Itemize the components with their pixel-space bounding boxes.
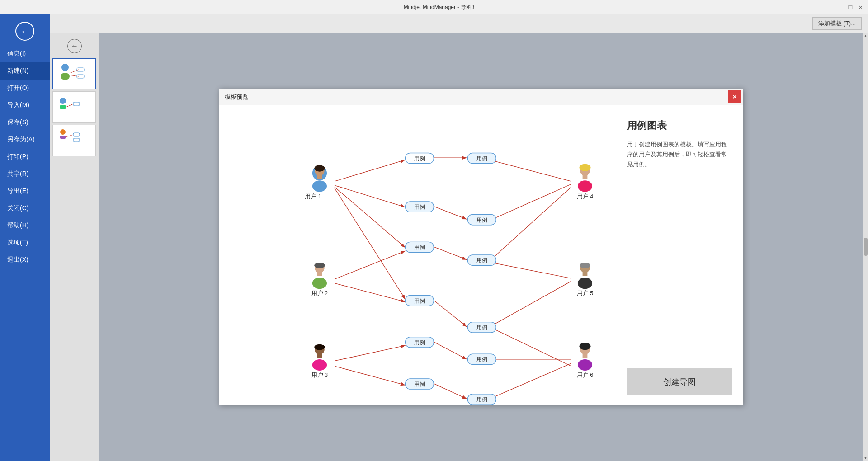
sidebar: ← 信息(I) 新建(N) 打开(O) 导入(M) 保存(S) 另存为(A) 打… (0, 14, 50, 461)
thumbnail-2[interactable] (52, 91, 96, 123)
svg-point-54 (578, 180, 592, 192)
case-r3: 用例 (476, 257, 487, 263)
svg-line-36 (434, 342, 467, 359)
svg-rect-42 (317, 175, 322, 179)
svg-line-21 (335, 283, 406, 302)
scroll-down-arrow[interactable]: ▼ (863, 456, 868, 460)
titlebar: Mindjet MindManager - 导图3 — ❐ ✕ (0, 0, 868, 14)
case-l5: 用例 (414, 339, 425, 345)
user1-avatar (312, 165, 327, 192)
svg-point-50 (312, 359, 327, 371)
user3-avatar (312, 344, 327, 371)
svg-line-31 (490, 327, 571, 366)
svg-line-23 (335, 366, 406, 385)
svg-line-12 (66, 135, 73, 137)
scroll-up-arrow[interactable]: ▲ (863, 33, 868, 38)
user6-label: 用户 6 (577, 372, 593, 378)
case-r5: 用例 (476, 356, 487, 362)
info-title: 用例图表 (627, 119, 732, 132)
titlebar-controls[interactable]: — ❐ ✕ (837, 4, 863, 10)
sidebar-item-import[interactable]: 导入(M) (0, 97, 50, 114)
svg-line-35 (434, 300, 467, 327)
case-r4: 用例 (476, 325, 487, 330)
svg-rect-49 (317, 353, 322, 358)
svg-point-10 (60, 129, 66, 135)
sidebar-back[interactable]: ← (0, 14, 50, 45)
thumb-back-button[interactable]: ← (67, 39, 82, 53)
thumbnail-1[interactable] (52, 58, 96, 89)
svg-point-41 (312, 180, 327, 192)
titlebar-title: Mindjet MindManager - 导图3 (41, 4, 837, 11)
svg-line-8 (66, 104, 73, 107)
modal-close-button[interactable]: × (728, 90, 741, 103)
svg-rect-53 (583, 175, 588, 179)
sidebar-item-share[interactable]: 共享(R) (0, 165, 50, 183)
sidebar-item-options[interactable]: 选项(T) (0, 234, 50, 251)
svg-line-24 (490, 160, 571, 181)
sidebar-item-close[interactable]: 关闭(C) (0, 200, 50, 217)
app-body: ← 信息(I) 新建(N) 打开(O) 导入(M) 保存(S) 另存为(A) 打… (0, 14, 868, 461)
svg-line-26 (490, 187, 571, 261)
svg-point-0 (61, 64, 69, 71)
svg-point-58 (578, 278, 592, 289)
svg-point-56 (580, 263, 590, 268)
sidebar-item-exit[interactable]: 退出(X) (0, 251, 50, 268)
modal-dialog: 模板预览 × (219, 89, 743, 405)
info-panel: 用例图表 用于创建用例图表的模板。填写应用程序的用户及其用例后，即可轻松查看常见… (616, 105, 743, 405)
sidebar-item-print[interactable]: 打印(P) (0, 148, 50, 165)
case-l2: 用例 (414, 204, 425, 210)
diagram-svg: 用户 1 用户 2 (219, 105, 616, 405)
user2-avatar (312, 263, 327, 289)
modal-overlay: 模板预览 × (99, 33, 863, 461)
user4-avatar (578, 164, 592, 192)
sidebar-item-export[interactable]: 导出(E) (0, 183, 50, 200)
sidebar-item-open[interactable]: 打开(O) (0, 80, 50, 97)
sidebar-item-new[interactable]: 新建(N) (0, 62, 50, 80)
scroll-thumb[interactable] (864, 238, 868, 256)
close-window-btn[interactable]: ✕ (857, 4, 863, 10)
modal-header-title: 模板预览 (225, 93, 248, 101)
svg-point-62 (578, 359, 592, 371)
diagram-canvas: 用户 1 用户 2 (219, 105, 616, 405)
user5-label: 用户 5 (577, 290, 593, 296)
sidebar-item-saveas[interactable]: 另存为(A) (0, 131, 50, 148)
svg-rect-13 (73, 133, 80, 136)
user3-label: 用户 3 (311, 372, 328, 378)
svg-rect-11 (60, 136, 66, 139)
svg-rect-7 (60, 105, 66, 109)
svg-line-27 (490, 262, 571, 278)
topbar: 添加模板 (T)... (50, 14, 868, 33)
svg-line-19 (335, 188, 406, 299)
back-button[interactable]: ← (15, 22, 34, 41)
case-r1: 用例 (476, 155, 487, 161)
svg-point-48 (314, 344, 325, 350)
svg-line-22 (335, 345, 406, 361)
maximize-btn[interactable]: ❐ (847, 4, 854, 10)
thumbnail-3[interactable] (52, 125, 96, 156)
vertical-scrollbar[interactable]: ▲ ▼ (863, 33, 868, 461)
case-r2: 用例 (476, 217, 487, 223)
svg-rect-61 (583, 353, 588, 358)
create-diagram-button[interactable]: 创建导图 (627, 368, 732, 395)
minimize-btn[interactable]: — (837, 4, 844, 10)
sidebar-item-save[interactable]: 保存(S) (0, 114, 50, 131)
svg-point-44 (314, 263, 325, 268)
right-panel: 添加模板 (T)... ← (50, 14, 868, 461)
svg-line-34 (434, 247, 467, 260)
user4-label: 用户 4 (577, 193, 593, 200)
add-template-button[interactable]: 添加模板 (T)... (812, 17, 862, 30)
sidebar-item-help[interactable]: 帮助(H) (0, 217, 50, 234)
user6-avatar (578, 343, 592, 371)
svg-line-28 (490, 281, 571, 327)
svg-point-52 (579, 164, 590, 171)
sidebar-item-info[interactable]: 信息(I) (0, 45, 50, 62)
svg-line-33 (434, 207, 467, 220)
case-l3: 用例 (414, 244, 425, 250)
svg-point-1 (61, 73, 70, 80)
svg-rect-45 (317, 272, 322, 276)
svg-rect-14 (73, 138, 80, 142)
svg-point-46 (312, 278, 327, 289)
svg-rect-4 (77, 68, 84, 71)
info-description: 用于创建用例图表的模板。填写应用程序的用户及其用例后，即可轻松查看常见用例。 (627, 140, 732, 359)
modal-header: 模板预览 × (219, 89, 743, 105)
